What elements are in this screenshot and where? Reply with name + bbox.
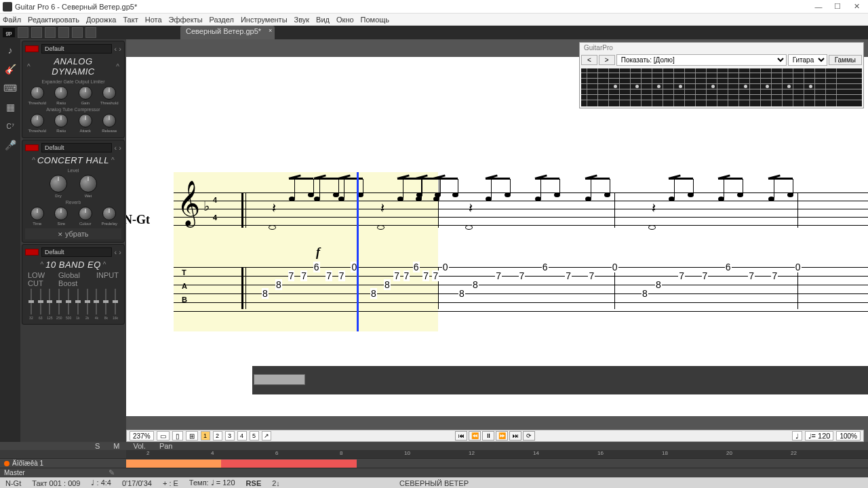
close-button[interactable]: ✕	[848, 1, 865, 12]
fret-scales-button[interactable]: Гаммы	[829, 55, 862, 65]
view-mode-button[interactable]: ▭	[157, 431, 170, 441]
fretboard-panel: GuitarPro < > Показать: [Долю] Гитара Га…	[579, 42, 864, 108]
barline	[797, 192, 798, 228]
eq-slider-thumb[interactable]	[85, 300, 90, 303]
eq-slider-thumb[interactable]	[75, 300, 81, 303]
fretboard-title: GuitarPro	[580, 43, 863, 53]
menu-view[interactable]: Вид	[316, 16, 330, 24]
eq-slider-thumb[interactable]	[113, 300, 118, 303]
barline	[245, 192, 246, 228]
keyboard-tool-icon[interactable]: ⌨	[3, 81, 17, 95]
minimize-button[interactable]: —	[810, 1, 827, 12]
maximize-button[interactable]: ☐	[829, 1, 846, 12]
mic-tool-icon[interactable]: 🎤	[3, 138, 17, 152]
menu-window[interactable]: Окно	[336, 16, 354, 24]
knob-release[interactable]	[102, 114, 116, 127]
zoom-display[interactable]: 237%	[130, 431, 154, 441]
master-row[interactable]: Master ✎	[0, 468, 868, 477]
score-canvas[interactable]: N-Gt 𝄞 ♭ 44 𝄽𝄽𝄽𝄽 f	[126, 57, 868, 416]
page-button[interactable]: 5	[250, 431, 259, 441]
note-tool-icon[interactable]: ♪	[3, 43, 17, 57]
knob-predelay[interactable]	[102, 207, 116, 220]
tool-open[interactable]	[31, 27, 42, 38]
knob-attack[interactable]	[79, 114, 92, 127]
tool-undo[interactable]	[72, 27, 83, 38]
loop-button[interactable]: ⟳	[523, 431, 535, 441]
remove-button[interactable]: ✕ убрать	[25, 228, 121, 239]
fx-power-button[interactable]	[25, 249, 39, 256]
knob-time[interactable]	[31, 207, 44, 220]
fret-show-select[interactable]: Показать: [Долю]	[616, 54, 787, 66]
menu-edit[interactable]: Редактировать	[28, 16, 79, 24]
knob-threshold[interactable]	[31, 86, 44, 100]
rewind-start-button[interactable]: ⏮	[455, 431, 467, 441]
main-toolbar: gp Северный Ветер.gp5* ×	[0, 26, 868, 39]
rewind-button[interactable]: ⏪	[469, 431, 481, 441]
track-region-active[interactable]	[126, 460, 221, 468]
view-mode-button[interactable]: ▯	[172, 431, 183, 441]
fretboard-display[interactable]: document.write(Array.from({length:24},(_…	[581, 68, 862, 106]
knob-ratio2[interactable]	[54, 114, 68, 127]
fret-instrument-select[interactable]: Гитара	[788, 54, 827, 66]
mini-region[interactable]	[254, 374, 305, 385]
page-button[interactable]: 2	[213, 431, 222, 441]
eq-slider-thumb[interactable]	[94, 300, 99, 303]
fx-preset-select[interactable]: Default	[41, 247, 112, 257]
mini-timeline[interactable]	[252, 366, 868, 394]
tool-new[interactable]	[18, 27, 28, 38]
menu-file[interactable]: Файл	[3, 16, 21, 24]
tab-close-icon[interactable]: ×	[269, 27, 272, 34]
fret-next-button[interactable]: >	[599, 55, 615, 65]
menu-section[interactable]: Раздел	[210, 16, 234, 24]
knob-size[interactable]	[54, 207, 68, 220]
knob-colour[interactable]	[79, 207, 92, 220]
eq-slider-thumb[interactable]	[28, 300, 34, 303]
track-row[interactable]: Äîðîæêà 1	[0, 458, 868, 468]
speed-display[interactable]: 100%	[836, 431, 861, 441]
knob-ratio[interactable]	[54, 86, 68, 100]
logo-gp: gp	[3, 28, 15, 37]
tempo-display[interactable]: ♩ = 120	[805, 431, 834, 441]
fx-preset-select[interactable]: Default	[41, 44, 112, 54]
menu-sound[interactable]: Звук	[294, 16, 310, 24]
guitar-tool-icon[interactable]: 🎸	[3, 62, 17, 76]
menu-tools[interactable]: Инструменты	[241, 16, 288, 24]
eq-slider-thumb[interactable]	[47, 300, 52, 303]
drums-tool-icon[interactable]: ▦	[3, 100, 17, 114]
menu-note[interactable]: Нота	[145, 16, 162, 24]
document-tab[interactable]: Северный Ветер.gp5* ×	[180, 26, 275, 39]
pause-button[interactable]: ⏸	[482, 431, 494, 441]
knob-threshold3[interactable]	[31, 114, 44, 127]
eq-slider-thumb[interactable]	[38, 300, 43, 303]
fx-preset-select[interactable]: Default	[41, 143, 112, 152]
tool-print[interactable]	[58, 27, 69, 38]
fx-power-button[interactable]	[25, 45, 39, 52]
chord-tool-icon[interactable]: C⁷	[3, 119, 17, 133]
menu-bar[interactable]: Такт	[123, 16, 138, 24]
page-button[interactable]: 1	[201, 431, 210, 441]
knob-wet[interactable]	[79, 175, 97, 192]
forward-button[interactable]: ⏩	[496, 431, 508, 441]
timeline-ruler[interactable]: const mks=["2","4","6","8","10","12","14…	[126, 450, 868, 458]
fx-power-button[interactable]	[25, 144, 39, 151]
knob-gain[interactable]	[79, 86, 92, 100]
eq-slider-thumb[interactable]	[103, 300, 108, 303]
eq-slider-thumb[interactable]	[56, 300, 62, 303]
metronome-button[interactable]: ♩	[792, 431, 802, 441]
tool-redo[interactable]	[85, 27, 96, 38]
status-track: N-Gt	[5, 479, 21, 487]
page-next-button[interactable]: ↗	[262, 431, 271, 441]
page-button[interactable]: 4	[237, 431, 247, 441]
view-mode-button[interactable]: ⊞	[186, 431, 198, 441]
page-button[interactable]: 3	[225, 431, 235, 441]
menu-track[interactable]: Дорожка	[86, 16, 116, 24]
menu-effects[interactable]: Эффекты	[169, 16, 203, 24]
knob-threshold2[interactable]	[102, 86, 116, 100]
forward-end-button[interactable]: ⏭	[509, 431, 521, 441]
edit-icon[interactable]: ✎	[108, 468, 115, 477]
knob-dry[interactable]	[50, 175, 67, 192]
eq-slider-thumb[interactable]	[66, 300, 71, 303]
fret-prev-button[interactable]: <	[581, 55, 597, 65]
tool-save[interactable]	[45, 27, 56, 38]
menu-help[interactable]: Помощь	[361, 16, 390, 24]
